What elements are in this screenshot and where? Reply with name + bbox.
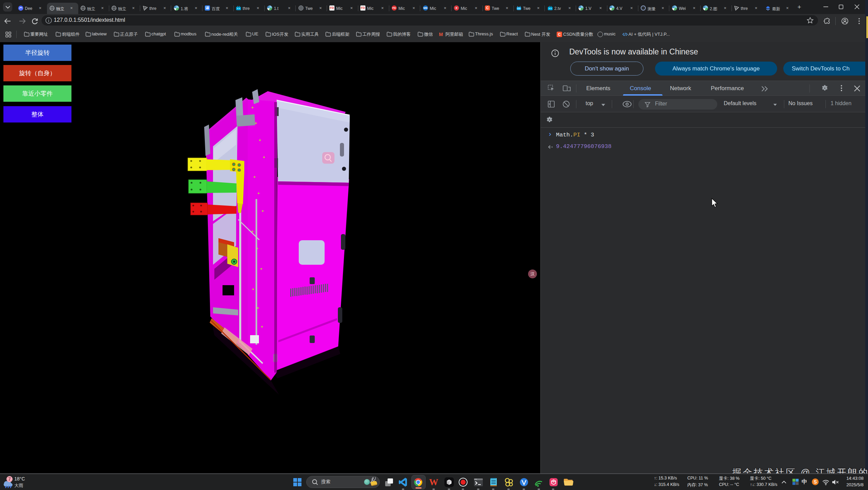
- svg-text:7: 7: [8, 476, 11, 482]
